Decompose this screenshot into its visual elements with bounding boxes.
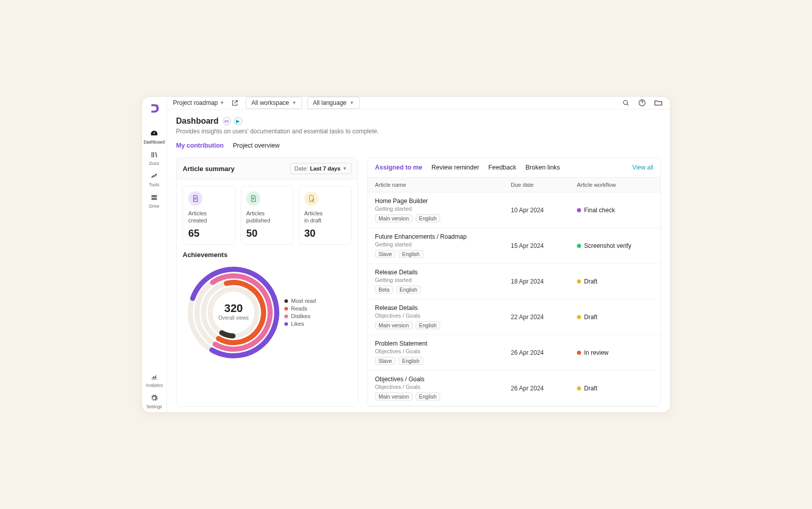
tab-project-overview[interactable]: Project overview <box>233 142 280 151</box>
language-value: All language <box>313 99 346 106</box>
row-chip: English <box>416 392 440 401</box>
row-due-date: 18 Apr 2024 <box>511 278 577 285</box>
stat-articles-created: Articles created 65 <box>183 186 236 245</box>
tasks-panel: Assigned to me Review reminder Feedback … <box>367 157 661 407</box>
table-row[interactable]: Home Page BuilderGetting startedMain ver… <box>368 192 660 228</box>
sidebar-item-label: Tools <box>149 182 159 187</box>
row-due-date: 26 Apr 2024 <box>511 349 577 356</box>
status-dot-icon <box>577 315 581 319</box>
row-chip: English <box>398 250 423 258</box>
project-name: Project roadmap <box>173 99 218 106</box>
achievements-legend: Most read Reads Dislikes Likes <box>284 296 316 328</box>
chevron-down-icon: ▼ <box>350 100 354 105</box>
status-dot-icon <box>577 351 581 355</box>
tasks-table-header: Article name Due date Article workflow <box>368 178 660 192</box>
row-workflow: Final check <box>584 207 615 214</box>
legend-dot <box>284 315 288 318</box>
row-due-date: 15 Apr 2024 <box>511 242 577 249</box>
view-all-link[interactable]: View all <box>632 164 653 171</box>
book-icon[interactable]: ▭ <box>223 117 231 125</box>
row-breadcrumb: Getting started <box>375 277 511 283</box>
svg-point-1 <box>623 100 627 104</box>
row-title: Release Details <box>375 304 511 312</box>
row-due-date: 10 Apr 2024 <box>511 207 577 214</box>
stat-value: 65 <box>188 228 230 239</box>
workspace-dropdown[interactable]: All workspace ▼ <box>246 97 302 109</box>
tab-assigned-to-me[interactable]: Assigned to me <box>375 164 422 171</box>
table-row[interactable]: Release DetailsObjectives / GoalsMain ve… <box>368 299 660 335</box>
chevron-down-icon: ▼ <box>220 100 224 105</box>
stat-label: Articles published <box>246 210 288 224</box>
sidebar-item-tools[interactable]: Tools <box>142 169 166 190</box>
status-dot-icon <box>577 279 581 284</box>
article-summary-panel: Article summary Date: Last 7 days ▼ Arti… <box>176 157 358 407</box>
sidebar-item-settings[interactable]: Settings <box>142 391 166 412</box>
date-value: Last 7 days <box>310 165 340 172</box>
row-breadcrumb: Objectives / Goals <box>375 384 511 390</box>
language-dropdown[interactable]: All language ▼ <box>307 97 360 109</box>
legend-item: Reads <box>284 305 316 312</box>
folder-icon[interactable] <box>653 97 664 108</box>
logo-icon <box>149 103 160 117</box>
achievements-center-label: Overall views <box>218 315 248 321</box>
sidebar-item-label: Drive <box>149 204 159 209</box>
achievements-title: Achievements <box>183 251 352 259</box>
row-breadcrumb: Objectives / Goals <box>375 348 511 354</box>
table-row[interactable]: Problem StatementObjectives / GoalsSlave… <box>368 335 660 371</box>
sidebar-item-drive[interactable]: Drive <box>142 190 166 212</box>
help-icon[interactable] <box>636 97 648 108</box>
document-up-icon <box>246 191 260 206</box>
sidebar-item-analytics[interactable]: Analytics <box>142 370 166 391</box>
main-tabs: My contribution Project overview <box>176 142 661 151</box>
column-due-date: Due date <box>511 182 577 188</box>
row-chip: Slave <box>375 250 395 258</box>
topbar: Project roadmap ▼ All workspace ▼ All la… <box>167 97 670 109</box>
legend-label: Reads <box>291 305 307 312</box>
sidebar-item-docs[interactable]: Docs <box>142 148 166 169</box>
row-title: Release Details <box>375 269 511 276</box>
project-dropdown[interactable]: Project roadmap ▼ <box>173 99 224 106</box>
sidebar-item-dashboard[interactable]: Dashboard <box>142 126 166 148</box>
sidebar-item-label: Dashboard <box>143 139 165 145</box>
row-breadcrumb: Getting started <box>375 206 511 212</box>
row-chip: Slave <box>375 357 395 365</box>
chart-icon <box>150 373 158 382</box>
status-dot-icon <box>577 244 581 248</box>
table-row[interactable]: Future Enhancements / RoadmapGetting sta… <box>368 228 660 264</box>
row-workflow: In review <box>584 349 608 356</box>
table-row[interactable]: Release DetailsGetting startedBetaEnglis… <box>368 264 660 299</box>
legend-label: Dislikes <box>291 313 310 319</box>
achievements-center-value: 320 <box>218 302 248 315</box>
tab-review-reminder[interactable]: Review reminder <box>431 164 479 171</box>
tools-icon <box>150 172 158 181</box>
legend-label: Likes <box>291 321 304 327</box>
row-workflow: Draft <box>584 385 597 392</box>
chevron-down-icon: ▼ <box>342 166 347 171</box>
tab-my-contribution[interactable]: My contribution <box>176 142 224 151</box>
play-icon[interactable]: ▶ <box>234 117 242 125</box>
sidebar-item-label: Analytics <box>146 383 163 388</box>
search-icon[interactable] <box>620 97 631 108</box>
article-summary-title: Article summary <box>183 165 235 173</box>
stat-label: Articles in draft <box>304 210 346 224</box>
page-subtitle: Provides insights on users' documentatio… <box>176 128 661 135</box>
app-window: Dashboard Docs Tools Drive Analytics Set… <box>141 96 671 413</box>
sidebar: Dashboard Docs Tools Drive Analytics Set… <box>142 97 167 412</box>
legend-item: Likes <box>284 321 316 327</box>
row-due-date: 22 Apr 2024 <box>511 314 577 321</box>
sidebar-item-label: Settings <box>147 404 162 409</box>
tab-feedback[interactable]: Feedback <box>488 164 516 171</box>
table-row[interactable]: Objectives / GoalsObjectives / GoalsMain… <box>368 371 660 406</box>
legend-item: Most read <box>284 298 316 304</box>
stat-cards: Articles created 65 Articles published 5… <box>177 180 358 251</box>
date-range-dropdown[interactable]: Date: Last 7 days ▼ <box>290 163 352 174</box>
row-chip: English <box>398 357 423 365</box>
external-link-icon[interactable] <box>229 97 241 108</box>
chevron-down-icon: ▼ <box>292 100 297 105</box>
row-title: Home Page Builder <box>375 197 511 205</box>
legend-dot <box>284 307 288 310</box>
stat-value: 50 <box>246 228 288 239</box>
tab-broken-links[interactable]: Broken links <box>526 164 560 171</box>
status-dot-icon <box>577 208 581 212</box>
drive-icon <box>150 193 158 203</box>
